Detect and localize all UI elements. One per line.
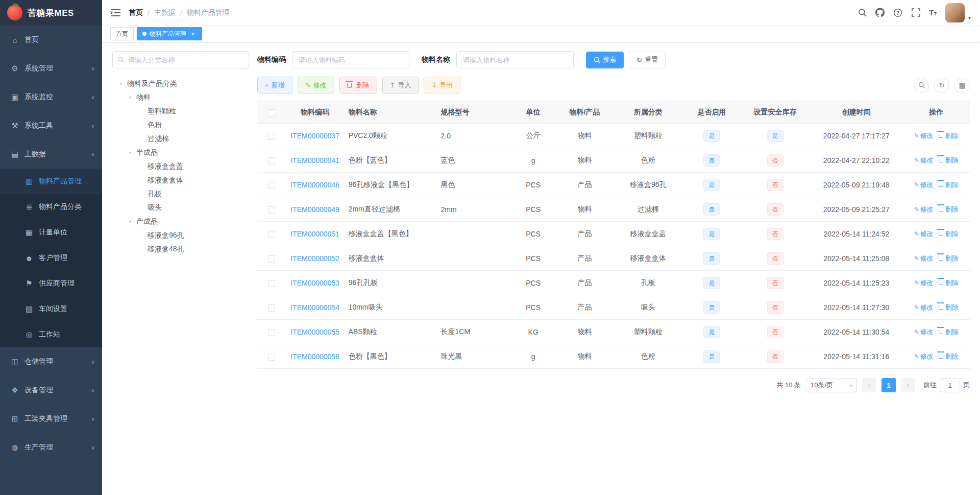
goto-page-input[interactable] <box>940 378 960 392</box>
tree-node-filter-cotton[interactable]: 过滤棉 <box>112 132 249 146</box>
sidebar-item-home[interactable]: ⌂ 首页 <box>0 26 102 54</box>
sidebar-item-customer-management[interactable]: ☻ 客户管理 <box>0 245 102 271</box>
prev-page-button[interactable]: ‹ <box>862 378 876 392</box>
material-code-link[interactable]: ITEM00000055 <box>290 328 339 336</box>
sidebar-item-measure-unit[interactable]: ▦ 计量单位 <box>0 220 102 245</box>
search-button[interactable]: 搜索 <box>586 52 624 68</box>
tree-node-pipette-box-96[interactable]: 移液盒96孔 <box>112 228 249 242</box>
sidebar-item-workshop-settings[interactable]: ▧ 车间设置 <box>0 296 102 322</box>
tab-material-product-management[interactable]: 物料产品管理 × <box>137 27 202 40</box>
columns-grid-icon[interactable]: ▦ <box>954 78 970 93</box>
material-code-link[interactable]: ITEM00000054 <box>290 303 339 312</box>
sidebar-item-master-data[interactable]: ▤ 主数据 ∧ <box>0 140 102 169</box>
sidebar-item-workstation[interactable]: ◎ 工作站 <box>0 322 102 347</box>
tree-node-well-plate[interactable]: 孔板 <box>112 187 249 201</box>
tree-node-pipette-box-48[interactable]: 移液盒48孔 <box>112 242 249 256</box>
row-checkbox[interactable] <box>268 133 275 140</box>
search-icon[interactable] <box>857 8 867 17</box>
tree-node-material[interactable]: ▾物料 <box>112 90 249 104</box>
delete-row-link[interactable]: 删除 <box>939 279 959 287</box>
edit-row-link[interactable]: ✎修改 <box>914 205 934 213</box>
row-checkbox[interactable] <box>268 157 275 164</box>
user-avatar[interactable] <box>945 3 965 22</box>
fullscreen-icon[interactable] <box>911 8 920 17</box>
edit-row-link[interactable]: ✎修改 <box>914 254 934 262</box>
hamburger-icon[interactable] <box>111 8 120 17</box>
edit-row-link[interactable]: ✎修改 <box>914 230 934 238</box>
tree-node-color-powder[interactable]: 色粉 <box>112 118 249 132</box>
tab-home[interactable]: 首页 <box>110 27 134 40</box>
row-checkbox[interactable] <box>268 206 275 214</box>
edit-row-link[interactable]: ✎修改 <box>914 303 934 311</box>
edit-row-link[interactable]: ✎修改 <box>914 181 934 188</box>
material-code-link[interactable]: ITEM00000053 <box>290 279 339 287</box>
sidebar-item-equipment-management[interactable]: ❖ 设备管理 ∨ <box>0 376 102 405</box>
font-size-icon[interactable]: TT <box>929 9 937 16</box>
tree-node-finished-goods[interactable]: ▾产成品 <box>112 215 249 228</box>
toggle-search-icon[interactable] <box>914 78 929 93</box>
next-page-button[interactable]: › <box>901 378 915 392</box>
sidebar-item-supplier-management[interactable]: ⚑ 供应商管理 <box>0 271 102 296</box>
help-icon[interactable]: ? <box>893 8 902 17</box>
tree-node-pipette-box-lid[interactable]: 移液盒盒盖 <box>112 159 249 173</box>
row-checkbox[interactable] <box>268 280 275 287</box>
export-button[interactable]: ↧导出 <box>424 77 460 93</box>
row-checkbox[interactable] <box>268 231 275 238</box>
delete-button[interactable]: 删除 <box>339 77 377 93</box>
sidebar-item-system-management[interactable]: ⚙ 系统管理 ∨ <box>0 54 102 83</box>
sidebar-item-warehouse-management[interactable]: ◫ 仓储管理 ∨ <box>0 347 102 376</box>
material-code-link[interactable]: ITEM00000046 <box>290 181 339 189</box>
sidebar-item-production-management[interactable]: ◍ 生产管理 ∨ <box>0 433 102 462</box>
row-checkbox[interactable] <box>268 353 275 361</box>
delete-row-link[interactable]: 删除 <box>939 254 959 262</box>
material-code-link[interactable]: ITEM00000056 <box>290 352 339 361</box>
material-code-link[interactable]: ITEM00000052 <box>290 254 339 263</box>
tree-node-pipette-box-body[interactable]: 移液盒盒体 <box>112 173 249 187</box>
tree-node-plastic-pellets[interactable]: 塑料颗粒 <box>112 104 249 118</box>
refresh-icon[interactable]: ↻ <box>934 78 949 93</box>
sidebar-item-system-tools[interactable]: ⚒ 系统工具 ∨ <box>0 111 102 140</box>
row-checkbox[interactable] <box>268 255 275 263</box>
delete-row-link[interactable]: 删除 <box>939 303 959 311</box>
tree-node-semi-finished[interactable]: ▾半成品 <box>112 146 249 159</box>
breadcrumb-home[interactable]: 首页 <box>129 8 143 17</box>
delete-row-link[interactable]: 删除 <box>939 352 959 360</box>
sidebar-item-fixture-management[interactable]: ⊞ 工装夹具管理 ∨ <box>0 405 102 433</box>
edit-row-link[interactable]: ✎修改 <box>914 279 934 287</box>
sidebar-item-system-monitor[interactable]: ▣ 系统监控 ∨ <box>0 83 102 111</box>
material-code-input[interactable] <box>292 51 409 68</box>
material-code-link[interactable]: ITEM00000049 <box>290 205 339 214</box>
delete-row-link[interactable]: 删除 <box>939 328 959 336</box>
edit-row-link[interactable]: ✎修改 <box>914 328 934 336</box>
select-all-checkbox[interactable] <box>268 109 275 116</box>
delete-row-link[interactable]: 删除 <box>939 156 959 164</box>
tree-expand-icon[interactable]: ▾ <box>117 81 125 86</box>
tree-node-tip[interactable]: 吸头 <box>112 201 249 215</box>
reset-button[interactable]: ↻ 重置 <box>629 52 666 68</box>
close-icon[interactable]: × <box>189 30 197 37</box>
sidebar-item-material-product-category[interactable]: ≣ 物料产品分类 <box>0 194 102 220</box>
page-number-1[interactable]: 1 <box>881 378 896 392</box>
delete-row-link[interactable]: 删除 <box>939 181 959 188</box>
row-checkbox[interactable] <box>268 304 275 312</box>
edit-button[interactable]: ✎修改 <box>298 77 334 93</box>
delete-row-link[interactable]: 删除 <box>939 230 959 238</box>
edit-row-link[interactable]: ✎修改 <box>914 156 934 164</box>
add-button[interactable]: +新增 <box>257 77 292 93</box>
material-code-link[interactable]: ITEM00000037 <box>290 132 339 140</box>
avatar-caret-icon[interactable]: ▾ <box>968 15 971 20</box>
tree-node-root[interactable]: ▾物料及产品分类 <box>112 77 249 90</box>
delete-row-link[interactable]: 删除 <box>939 132 959 139</box>
tree-expand-icon[interactable]: ▾ <box>127 95 134 100</box>
category-search-input[interactable] <box>112 51 249 68</box>
edit-row-link[interactable]: ✎修改 <box>914 132 934 139</box>
row-checkbox[interactable] <box>268 182 275 189</box>
material-name-input[interactable] <box>456 51 574 68</box>
sidebar-item-material-product-management[interactable]: ▥ 物料产品管理 <box>0 169 102 194</box>
material-code-link[interactable]: ITEM00000041 <box>290 156 339 164</box>
tree-expand-icon[interactable]: ▾ <box>127 150 134 155</box>
app-logo[interactable]: 苦糖果MES <box>0 0 102 26</box>
tree-expand-icon[interactable]: ▾ <box>127 219 134 224</box>
delete-row-link[interactable]: 删除 <box>939 205 959 213</box>
row-checkbox[interactable] <box>268 329 275 336</box>
